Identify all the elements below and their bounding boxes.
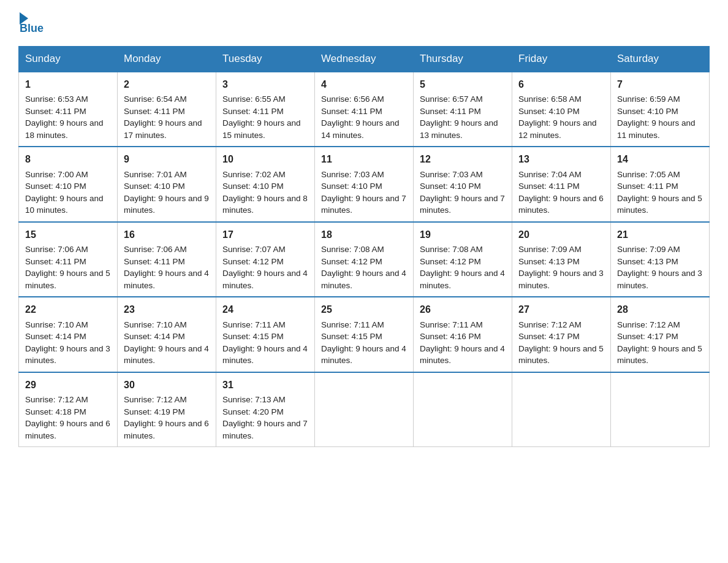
sunset-label: Sunset: 4:10 PM — [420, 182, 481, 191]
daylight-label: Daylight: 9 hours and 13 minutes. — [420, 118, 498, 140]
day-number: 19 — [420, 228, 506, 242]
sunrise-label: Sunrise: 6:54 AM — [124, 94, 187, 104]
sunrise-label: Sunrise: 6:58 AM — [518, 94, 582, 104]
calendar-cell: 7Sunrise: 6:59 AMSunset: 4:10 PMDaylight… — [611, 72, 710, 147]
daylight-label: Daylight: 9 hours and 11 minutes. — [617, 118, 696, 140]
calendar-cell: 15Sunrise: 7:06 AMSunset: 4:11 PMDayligh… — [19, 222, 118, 297]
calendar-cell: 23Sunrise: 7:10 AMSunset: 4:14 PMDayligh… — [118, 297, 216, 372]
sunrise-label: Sunrise: 6:55 AM — [222, 94, 286, 104]
calendar-cell: 5Sunrise: 6:57 AMSunset: 4:11 PMDaylight… — [414, 72, 512, 147]
daylight-label: Daylight: 9 hours and 3 minutes. — [25, 344, 110, 366]
calendar-week-row: 22Sunrise: 7:10 AMSunset: 4:14 PMDayligh… — [19, 297, 710, 372]
sunrise-label: Sunrise: 7:13 AM — [222, 395, 286, 404]
day-number: 15 — [25, 228, 111, 242]
calendar-header-row: SundayMondayTuesdayWednesdayThursdayFrid… — [19, 47, 710, 72]
sunset-label: Sunset: 4:11 PM — [124, 257, 185, 266]
day-header-wednesday: Wednesday — [315, 47, 414, 72]
sunrise-label: Sunrise: 7:10 AM — [25, 320, 88, 329]
daylight-label: Daylight: 9 hours and 14 minutes. — [321, 118, 400, 140]
calendar-week-row: 8Sunrise: 7:00 AMSunset: 4:10 PMDaylight… — [19, 147, 710, 221]
day-header-thursday: Thursday — [414, 47, 512, 72]
daylight-label: Daylight: 9 hours and 7 minutes. — [321, 194, 406, 215]
calendar-cell: 3Sunrise: 6:55 AMSunset: 4:11 PMDaylight… — [216, 72, 315, 147]
sunrise-label: Sunrise: 7:11 AM — [321, 320, 384, 329]
sunrise-label: Sunrise: 7:12 AM — [25, 395, 88, 404]
sunrise-label: Sunrise: 7:03 AM — [420, 170, 483, 179]
sunset-label: Sunset: 4:12 PM — [222, 257, 284, 266]
sunrise-label: Sunrise: 7:00 AM — [25, 170, 88, 179]
day-header-sunday: Sunday — [19, 47, 118, 72]
daylight-label: Daylight: 9 hours and 12 minutes. — [518, 118, 597, 140]
sunset-label: Sunset: 4:10 PM — [518, 107, 580, 116]
sunrise-label: Sunrise: 7:12 AM — [518, 320, 582, 329]
daylight-label: Daylight: 9 hours and 4 minutes. — [321, 344, 406, 366]
sunset-label: Sunset: 4:17 PM — [518, 332, 580, 341]
sunset-label: Sunset: 4:11 PM — [25, 257, 86, 266]
calendar-cell — [512, 372, 611, 447]
calendar-cell: 14Sunrise: 7:05 AMSunset: 4:11 PMDayligh… — [611, 147, 710, 221]
day-number: 22 — [25, 302, 111, 316]
daylight-label: Daylight: 9 hours and 4 minutes. — [321, 269, 406, 290]
day-number: 31 — [222, 378, 308, 392]
calendar-cell: 20Sunrise: 7:09 AMSunset: 4:13 PMDayligh… — [512, 222, 611, 297]
sunset-label: Sunset: 4:14 PM — [25, 332, 86, 341]
day-number: 24 — [222, 302, 308, 316]
day-number: 17 — [222, 228, 308, 242]
daylight-label: Daylight: 9 hours and 4 minutes. — [124, 344, 209, 366]
sunset-label: Sunset: 4:11 PM — [124, 107, 185, 116]
sunrise-label: Sunrise: 7:02 AM — [222, 170, 286, 179]
day-number: 27 — [518, 302, 604, 316]
sunset-label: Sunset: 4:15 PM — [321, 332, 382, 341]
sunrise-label: Sunrise: 7:05 AM — [617, 170, 680, 179]
calendar-cell: 31Sunrise: 7:13 AMSunset: 4:20 PMDayligh… — [216, 372, 315, 447]
sunrise-label: Sunrise: 7:12 AM — [124, 395, 187, 404]
sunset-label: Sunset: 4:10 PM — [124, 182, 185, 191]
logo-subtitle: Blue — [20, 22, 44, 35]
daylight-label: Daylight: 9 hours and 6 minutes. — [518, 194, 604, 215]
sunrise-label: Sunrise: 6:53 AM — [25, 94, 88, 104]
sunrise-label: Sunrise: 7:06 AM — [124, 245, 187, 254]
sunrise-label: Sunrise: 7:11 AM — [222, 320, 286, 329]
daylight-label: Daylight: 9 hours and 6 minutes. — [124, 419, 209, 440]
day-header-monday: Monday — [118, 47, 216, 72]
daylight-label: Daylight: 9 hours and 6 minutes. — [25, 419, 110, 440]
calendar-cell: 11Sunrise: 7:03 AMSunset: 4:10 PMDayligh… — [315, 147, 414, 221]
sunrise-label: Sunrise: 7:09 AM — [617, 245, 680, 254]
day-number: 11 — [321, 152, 407, 166]
day-number: 13 — [518, 152, 604, 166]
daylight-label: Daylight: 9 hours and 4 minutes. — [420, 344, 505, 366]
daylight-label: Daylight: 9 hours and 7 minutes. — [222, 419, 308, 440]
page-header: Blue — [18, 12, 710, 35]
sunset-label: Sunset: 4:17 PM — [617, 332, 678, 341]
sunrise-label: Sunrise: 6:59 AM — [617, 94, 680, 104]
calendar-cell: 19Sunrise: 7:08 AMSunset: 4:12 PMDayligh… — [414, 222, 512, 297]
sunrise-label: Sunrise: 7:10 AM — [124, 320, 187, 329]
sunrise-label: Sunrise: 7:07 AM — [222, 245, 286, 254]
day-number: 21 — [617, 228, 703, 242]
calendar-week-row: 1Sunrise: 6:53 AMSunset: 4:11 PMDaylight… — [19, 72, 710, 147]
day-number: 3 — [222, 77, 308, 91]
day-number: 5 — [420, 77, 506, 91]
sunset-label: Sunset: 4:10 PM — [25, 182, 86, 191]
daylight-label: Daylight: 9 hours and 9 minutes. — [124, 194, 209, 215]
day-header-friday: Friday — [512, 47, 611, 72]
calendar-cell: 24Sunrise: 7:11 AMSunset: 4:15 PMDayligh… — [216, 297, 315, 372]
daylight-label: Daylight: 9 hours and 3 minutes. — [617, 269, 702, 290]
daylight-label: Daylight: 9 hours and 15 minutes. — [222, 118, 301, 140]
day-number: 29 — [25, 378, 111, 392]
day-number: 8 — [25, 152, 111, 166]
calendar-cell: 29Sunrise: 7:12 AMSunset: 4:18 PMDayligh… — [19, 372, 118, 447]
calendar-cell: 12Sunrise: 7:03 AMSunset: 4:10 PMDayligh… — [414, 147, 512, 221]
day-number: 16 — [124, 228, 210, 242]
sunrise-label: Sunrise: 7:06 AM — [25, 245, 88, 254]
calendar-cell — [611, 372, 710, 447]
calendar-cell: 2Sunrise: 6:54 AMSunset: 4:11 PMDaylight… — [118, 72, 216, 147]
sunrise-label: Sunrise: 7:08 AM — [321, 245, 384, 254]
calendar-cell: 30Sunrise: 7:12 AMSunset: 4:19 PMDayligh… — [118, 372, 216, 447]
day-number: 20 — [518, 228, 604, 242]
calendar-table: SundayMondayTuesdayWednesdayThursdayFrid… — [18, 46, 710, 447]
day-number: 2 — [124, 77, 210, 91]
day-number: 12 — [420, 152, 506, 166]
sunrise-label: Sunrise: 7:04 AM — [518, 170, 582, 179]
sunset-label: Sunset: 4:13 PM — [518, 257, 580, 266]
